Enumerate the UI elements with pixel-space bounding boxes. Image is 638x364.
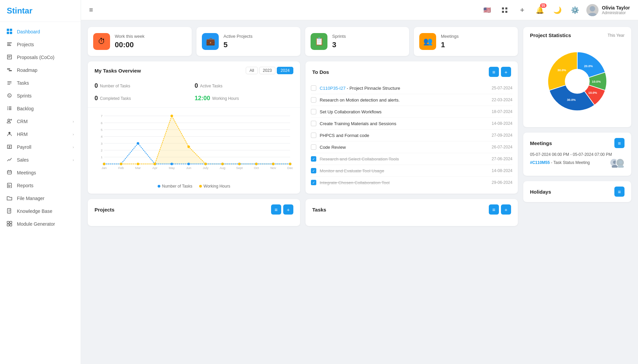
tab-2024[interactable]: 2024 (277, 67, 293, 74)
meeting-datetime-0: 05-07-2024 06:00 PM - 05-07-2024 07:00 P… (530, 152, 624, 157)
svg-text:Dec: Dec (287, 166, 293, 170)
tasks-actions: ≡ + (489, 204, 511, 215)
stat-label-sprints: Sprints (332, 34, 346, 39)
svg-point-15 (7, 109, 8, 110)
svg-rect-29 (505, 7, 507, 9)
tasks-chart-area: 1234567JanFebMarAprMayJunJulyAugSeptOctN… (88, 108, 300, 181)
backlog-icon (7, 106, 13, 112)
user-role: Administrator (602, 10, 630, 15)
tasks-add-btn[interactable]: + (501, 204, 511, 215)
tasks-overview-title: My Tasks Overview (95, 68, 141, 74)
todo-item: PHPCS and Format code27-09-2024 (311, 130, 512, 141)
sidebar-item-filemanager[interactable]: File Manager (0, 192, 81, 205)
todo-checkbox-1[interactable] (311, 97, 316, 103)
projects-title: Projects (95, 207, 114, 213)
svg-rect-28 (502, 7, 504, 9)
sidebar-label-tasks: Tasks (17, 80, 29, 86)
svg-point-80 (221, 163, 224, 165)
sidebar-label-backlog: Backlog (17, 106, 34, 111)
sidebar-item-knowledgebase[interactable]: Knowledge Base (0, 205, 81, 218)
sidebar-item-hrm[interactable]: HRM › (0, 128, 81, 141)
sidebar-item-payroll[interactable]: Payroll › (0, 141, 81, 153)
stat-text-active_projects: Active Projects 5 (223, 34, 252, 49)
sidebar-item-modulegenerator[interactable]: Module Generator (0, 218, 81, 230)
svg-rect-27 (10, 224, 12, 226)
bottom-row: Projects ≡ + Tasks ≡ + (88, 199, 518, 226)
meeting-name-0: - Task Status Meeting (551, 160, 590, 165)
nav-arrow-crm: › (73, 119, 74, 123)
todo-checkbox-5[interactable] (311, 144, 316, 150)
meeting-entry-0: 05-07-2024 06:00 PM - 05-07-2024 07:00 P… (530, 152, 624, 167)
pie-chart-container: 20.0%10.0%10.0%30.0%30.0% (530, 41, 624, 122)
add-icon[interactable]: + (516, 4, 528, 16)
svg-text:4: 4 (101, 135, 102, 138)
sidebar-item-roadmap[interactable]: Roadmap (0, 64, 81, 77)
sidebar-item-proposals[interactable]: Proposals (CoCo) (0, 51, 81, 64)
project-stats-title: Project Statistics (530, 32, 571, 38)
sidebar-label-knowledgebase: Knowledge Base (17, 208, 52, 214)
svg-point-76 (154, 163, 156, 165)
todo-checkbox-0[interactable] (311, 85, 316, 91)
svg-point-78 (187, 145, 190, 148)
tasks-list-btn[interactable]: ≡ (489, 204, 499, 215)
sidebar-item-projects[interactable]: Projects (0, 38, 81, 51)
projects-add-btn[interactable]: + (283, 204, 293, 215)
meeting-row-0: #C110M55 - Task Status Meeting (530, 158, 624, 167)
user-avatar-menu[interactable]: Olivia Taylor Administrator (586, 4, 630, 16)
sidebar-item-dashboard[interactable]: Dashboard (0, 25, 81, 38)
holidays-list-btn[interactable]: ≡ (614, 187, 624, 197)
todos-add-btn[interactable]: + (501, 67, 511, 77)
svg-text:3: 3 (101, 142, 102, 145)
sidebar-label-filemanager: File Manager (17, 196, 45, 201)
todos-title: To Dos (312, 69, 329, 75)
todos-list-btn[interactable]: ≡ (489, 67, 499, 77)
projects-list-btn[interactable]: ≡ (271, 204, 281, 215)
meeting-link-0[interactable]: #C110M55 (530, 160, 550, 165)
tab-2023[interactable]: 2023 (259, 67, 276, 74)
sidebar-item-sprints[interactable]: Sprints (0, 89, 81, 102)
todo-item: C110P35-I27 - Project Pinnacle Structure… (311, 82, 512, 94)
svg-point-66 (187, 163, 190, 165)
language-selector[interactable]: 🇺🇸 (481, 4, 493, 16)
meetings-list-btn[interactable]: ≡ (614, 138, 624, 148)
tasks-stats-grid: 0 Number of Tasks 0 Active Tasks 0 Compl… (88, 77, 300, 108)
todo-checkbox-8[interactable] (311, 180, 316, 185)
todo-checkbox-7[interactable] (311, 168, 316, 173)
tasks-stat-num-0: 0 (95, 82, 98, 89)
project-stats-period[interactable]: This Year (608, 33, 624, 38)
todo-checkbox-3[interactable] (311, 121, 316, 126)
notification-bell[interactable]: 🔔 55 (534, 4, 546, 16)
sidebar-item-sales[interactable]: Sales › (0, 153, 81, 166)
svg-point-87 (619, 161, 622, 164)
todo-checkbox-6[interactable] (311, 156, 316, 162)
tab-all[interactable]: All (246, 67, 258, 74)
svg-point-13 (7, 108, 8, 109)
todo-checkbox-4[interactable] (311, 133, 316, 138)
sidebar-item-meetings[interactable]: Meetings (0, 166, 81, 179)
settings-icon[interactable]: ⚙️ (569, 4, 581, 16)
meeting-avatar-2 (616, 158, 624, 167)
svg-point-65 (170, 163, 173, 165)
tasks-tab-group: All20232024 (246, 67, 293, 74)
todo-link-0[interactable]: C110P35-I27 (320, 86, 346, 91)
sidebar-item-backlog[interactable]: Backlog (0, 102, 81, 115)
todo-checkbox-2[interactable] (311, 109, 316, 114)
header-actions: 🇺🇸 + 🔔 55 🌙 ⚙️ Olivia Taylor (481, 4, 630, 16)
svg-rect-14 (9, 108, 11, 109)
sidebar-item-crm[interactable]: CRM › (0, 115, 81, 128)
grid-icon[interactable] (499, 4, 511, 16)
sidebar-item-tasks[interactable]: Tasks (0, 77, 81, 89)
todo-text-6: Research and Select Collaboration Tools (320, 157, 488, 162)
svg-rect-25 (10, 221, 12, 223)
chart-legend: Number of TasksWorking Hours (88, 181, 300, 193)
sidebar-item-reports[interactable]: Reports (0, 179, 81, 192)
stat-text-work_this_week: Work this week 00:00 (115, 34, 144, 49)
todo-text-2: Set Up Collaboration Workflows (320, 109, 488, 114)
theme-toggle[interactable]: 🌙 (551, 4, 563, 16)
tasks-stat-num-3: 12:00 (195, 95, 210, 102)
sidebar-label-reports: Reports (17, 183, 33, 188)
svg-text:Oct: Oct (254, 166, 259, 170)
hrm-icon (7, 131, 13, 137)
svg-rect-2 (7, 32, 9, 34)
menu-toggle[interactable]: ≡ (89, 6, 93, 14)
